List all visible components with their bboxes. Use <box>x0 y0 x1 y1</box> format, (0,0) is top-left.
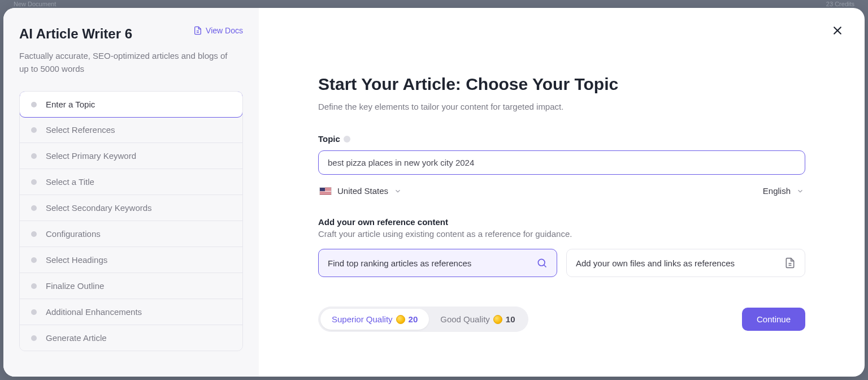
quality-superior-label: Superior Quality <box>332 314 393 324</box>
page-title: Start Your Article: Choose Your Topic <box>318 75 805 94</box>
view-docs-link[interactable]: View Docs <box>193 26 243 35</box>
step-select-title[interactable]: Select a Title <box>20 169 242 195</box>
background-topbar: New Document 23 Credits <box>0 0 868 8</box>
step-dot-icon <box>31 102 37 107</box>
svg-line-5 <box>544 265 546 267</box>
topic-input[interactable] <box>318 150 805 175</box>
step-generate-article[interactable]: Generate Article <box>20 325 242 351</box>
step-dot-icon <box>31 283 37 289</box>
step-select-secondary-keywords[interactable]: Select Secondary Keywords <box>20 195 242 221</box>
topic-label: Topic <box>318 134 340 144</box>
step-label: Additional Enhancements <box>46 307 142 317</box>
sidebar-description: Factually accurate, SEO-optimized articl… <box>19 50 234 75</box>
step-configurations[interactable]: Configurations <box>20 221 242 247</box>
close-button[interactable] <box>832 25 843 36</box>
step-dot-icon <box>31 231 37 237</box>
step-label: Select a Title <box>46 177 94 187</box>
sidebar-title: AI Article Writer 6 <box>19 26 132 42</box>
coin-icon <box>493 315 502 324</box>
step-label: Enter a Topic <box>46 100 95 109</box>
ref-option-label: Find top ranking articles as references <box>328 258 471 268</box>
step-select-headings[interactable]: Select Headings <box>20 247 242 273</box>
step-label: Finalize Outline <box>46 281 104 291</box>
quality-superior-cost: 20 <box>409 314 418 324</box>
file-icon <box>784 257 796 269</box>
quality-toggle: Superior Quality 20 Good Quality 10 <box>318 306 528 332</box>
us-flag-icon <box>319 187 332 195</box>
step-additional-enhancements[interactable]: Additional Enhancements <box>20 299 242 325</box>
quality-superior-option[interactable]: Superior Quality 20 <box>320 309 429 330</box>
step-label: Select Primary Keyword <box>46 151 136 161</box>
step-label: Select Secondary Keywords <box>46 203 152 213</box>
quality-good-cost: 10 <box>506 314 515 324</box>
document-icon <box>193 26 202 35</box>
step-label: Generate Article <box>46 333 107 343</box>
search-icon <box>536 257 548 269</box>
bg-credits-label: 23 Credits <box>826 1 854 7</box>
step-dot-icon <box>31 335 37 341</box>
step-dot-icon <box>31 257 37 263</box>
modal: AI Article Writer 6 View Docs Factually … <box>3 8 865 377</box>
step-label: Configurations <box>46 229 101 239</box>
step-dot-icon <box>31 309 37 315</box>
quality-good-label: Good Quality <box>440 314 490 324</box>
step-dot-icon <box>31 179 37 185</box>
country-label: United States <box>337 186 388 196</box>
country-selector[interactable]: United States <box>318 184 403 198</box>
quality-good-option[interactable]: Good Quality 10 <box>429 309 526 330</box>
step-select-references[interactable]: Select References <box>20 117 242 143</box>
step-list: Enter a Topic Select References Select P… <box>19 91 243 351</box>
main-panel: Start Your Article: Choose Your Topic De… <box>259 8 865 377</box>
step-dot-icon <box>31 127 37 133</box>
step-enter-topic[interactable]: Enter a Topic <box>19 91 243 118</box>
reference-description: Craft your article using existing conten… <box>318 229 805 239</box>
coin-icon <box>396 315 405 324</box>
page-subtitle: Define the key elements to tailor your c… <box>318 102 805 111</box>
ref-option-find-articles[interactable]: Find top ranking articles as references <box>318 249 557 277</box>
bg-doc-label: New Document <box>14 1 56 7</box>
reference-title: Add your own reference content <box>318 217 805 227</box>
chevron-down-icon <box>796 187 804 195</box>
sidebar: AI Article Writer 6 View Docs Factually … <box>3 8 259 377</box>
svg-point-4 <box>538 259 545 266</box>
step-dot-icon <box>31 153 37 159</box>
step-label: Select References <box>46 125 115 135</box>
chevron-down-icon <box>394 187 402 195</box>
step-dot-icon <box>31 205 37 211</box>
step-label: Select Headings <box>46 255 107 265</box>
close-icon <box>832 25 843 36</box>
language-selector[interactable]: English <box>762 184 805 198</box>
ref-option-label: Add your own files and links as referenc… <box>576 258 735 268</box>
step-select-primary-keyword[interactable]: Select Primary Keyword <box>20 143 242 169</box>
step-finalize-outline[interactable]: Finalize Outline <box>20 273 242 299</box>
ref-option-own-files[interactable]: Add your own files and links as referenc… <box>566 249 805 277</box>
continue-button[interactable]: Continue <box>742 308 805 331</box>
view-docs-label: View Docs <box>206 26 243 35</box>
info-icon[interactable] <box>344 136 350 142</box>
language-label: English <box>763 186 791 196</box>
